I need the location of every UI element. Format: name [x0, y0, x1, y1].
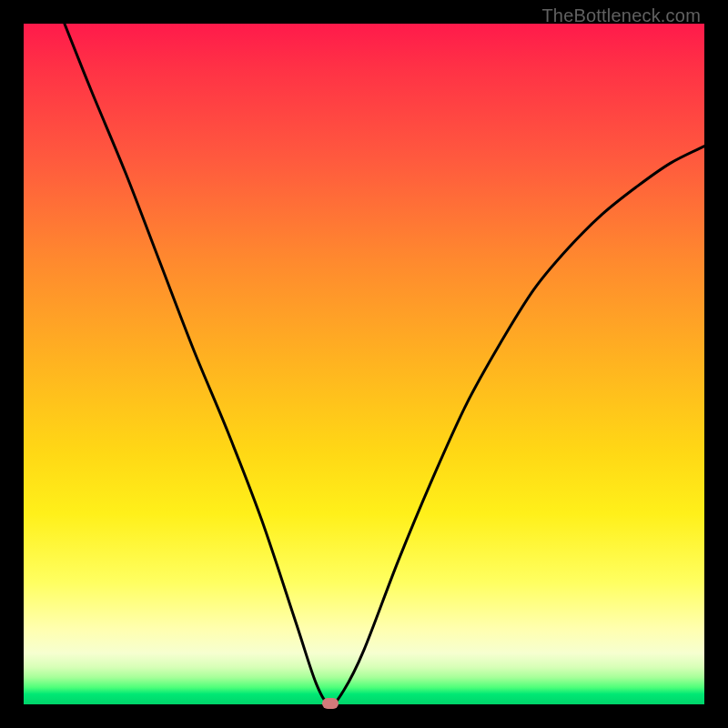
curve-svg: [24, 24, 704, 704]
bottleneck-curve-path: [65, 24, 704, 704]
plot-area: [24, 24, 704, 704]
chart-container: TheBottleneck.com: [0, 0, 728, 728]
minimum-marker: [322, 698, 339, 709]
